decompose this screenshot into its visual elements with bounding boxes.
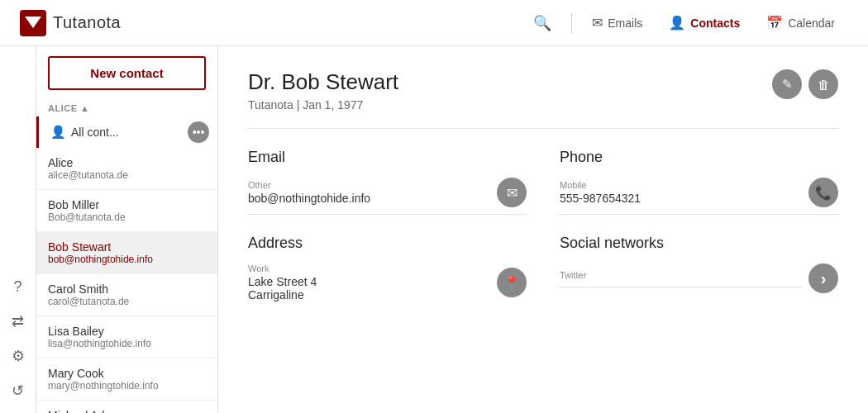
contact-name: Dr. Bob Stewart xyxy=(248,69,772,95)
contacts-nav-icon: 👤 xyxy=(669,15,685,31)
edit-contact-button[interactable]: ✎ xyxy=(772,69,802,99)
address-field-label: Work xyxy=(248,263,490,273)
detail-header: Dr. Bob Stewart Tutanota | Jan 1, 1977 ✎… xyxy=(248,69,838,112)
nav-calendar-label: Calendar xyxy=(788,17,835,30)
phone-section: Phone Mobile 555-987654321 📞 xyxy=(560,149,838,215)
header-navigation: 🔍 ✉ Emails 👤 Contacts 📅 Calendar xyxy=(520,13,848,33)
email-field-label: Other xyxy=(248,180,490,190)
detail-title-block: Dr. Bob Stewart Tutanota | Jan 1, 1977 xyxy=(248,69,772,112)
contact-list-item[interactable]: Bob MillerBob@tutanota.de xyxy=(36,190,217,232)
contact-item-email: Bob@tutanota.de xyxy=(48,211,206,223)
send-email-button[interactable]: ✉ xyxy=(497,178,527,207)
all-contacts-label: All cont... xyxy=(71,126,183,139)
refresh-icon[interactable]: ↺ xyxy=(12,382,24,400)
sidebar-left: ? ⇄ ⚙ ↺ xyxy=(0,46,36,413)
nav-calendar[interactable]: 📅 Calendar xyxy=(753,15,848,31)
address-field-value-line1: Lake Street 4 xyxy=(248,275,490,288)
contact-list-item[interactable]: Michael Adamsmichael@nothingtohide.info xyxy=(36,401,217,413)
phone-field-row: Mobile 555-987654321 📞 xyxy=(560,178,838,207)
new-contact-button[interactable]: New contact xyxy=(48,56,206,90)
contact-list-item[interactable]: Bob Stewartbob@nothingtohide.info xyxy=(36,232,217,274)
email-value-block: Other bob@nothingtohide.info xyxy=(248,180,490,205)
detail-sections: Email Other bob@nothingtohide.info ✉ Pho… xyxy=(248,149,838,301)
address-section-title: Address xyxy=(248,235,527,252)
contact-item-name: Carol Smith xyxy=(48,282,206,296)
social-section: Social networks Twitter › xyxy=(560,235,838,301)
phone-value-block: Mobile 555-987654321 xyxy=(560,180,802,205)
contact-detail-panel: Dr. Bob Stewart Tutanota | Jan 1, 1977 ✎… xyxy=(218,46,868,413)
nav-divider xyxy=(571,13,572,33)
more-options-button[interactable]: ••• xyxy=(188,121,209,143)
address-section: Address Work Lake Street 4 Carrigaline 📍 xyxy=(248,235,527,301)
email-nav-icon: ✉ xyxy=(592,15,603,31)
social-value-block: Twitter xyxy=(560,270,802,287)
contact-list-item[interactable]: Lisa Baileylisa@nothingtohide.info xyxy=(36,316,217,358)
logo-icon xyxy=(20,10,46,36)
nav-contacts[interactable]: 👤 Contacts xyxy=(656,15,753,31)
social-action-button[interactable]: › xyxy=(808,263,838,293)
contact-item-email: carol@tutanota.de xyxy=(48,296,206,307)
contact-item-email: mary@nothingtohide.info xyxy=(48,380,206,392)
phone-field-label: Mobile xyxy=(560,180,802,190)
phone-divider xyxy=(560,214,838,215)
contact-meta: Tutanota | Jan 1, 1977 xyxy=(248,98,772,112)
address-value-block: Work Lake Street 4 Carrigaline xyxy=(248,263,490,301)
call-button[interactable]: 📞 xyxy=(808,178,838,207)
contact-list-item[interactable]: Mary Cookmary@nothingtohide.info xyxy=(36,358,217,401)
nav-contacts-label: Contacts xyxy=(690,17,740,30)
address-field-row: Work Lake Street 4 Carrigaline 📍 xyxy=(248,263,527,301)
social-field-label: Twitter xyxy=(560,270,802,280)
email-divider xyxy=(248,214,527,215)
nav-emails-label: Emails xyxy=(608,17,642,30)
settings-icon[interactable]: ⚙ xyxy=(12,347,25,365)
detail-actions: ✎ 🗑 xyxy=(772,69,838,99)
contact-item-name: Bob Stewart xyxy=(48,240,206,254)
app-name: Tutanota xyxy=(53,13,121,32)
main-content: ? ⇄ ⚙ ↺ New contact ALICE ▲ 👤 All cont..… xyxy=(0,46,868,413)
social-section-title: Social networks xyxy=(560,235,838,252)
calendar-nav-icon: 📅 xyxy=(766,15,783,31)
email-section-title: Email xyxy=(248,149,527,166)
logo: Tutanota xyxy=(20,10,121,36)
sidebar-bottom-icons: ? ⇄ ⚙ ↺ xyxy=(12,278,25,400)
help-icon[interactable]: ? xyxy=(13,278,21,296)
search-icon[interactable]: 🔍 xyxy=(520,14,565,32)
contact-item-name: Lisa Bailey xyxy=(48,325,206,338)
contact-item-name: Mary Cook xyxy=(48,367,206,380)
contact-item-email: bob@nothingtohide.info xyxy=(48,254,206,265)
nav-emails[interactable]: ✉ Emails xyxy=(579,15,656,31)
contact-item-email: alice@tutanota.de xyxy=(48,169,206,181)
contacts-list: Alicealice@tutanota.deBob MillerBob@tuta… xyxy=(36,148,217,413)
map-button[interactable]: 📍 xyxy=(497,268,527,297)
contact-item-name: Alice xyxy=(48,156,206,169)
person-icon: 👤 xyxy=(50,125,66,140)
all-contacts-row[interactable]: 👤 All cont... ••• xyxy=(36,116,217,148)
phone-field-value: 555-987654321 xyxy=(560,192,802,205)
contact-item-email: lisa@nothingtohide.info xyxy=(48,338,206,349)
contact-item-name: Bob Miller xyxy=(48,198,206,211)
contact-item-name: Michael Adams xyxy=(48,409,206,413)
email-section: Email Other bob@nothingtohide.info ✉ xyxy=(248,149,527,215)
share-icon[interactable]: ⇄ xyxy=(12,312,24,330)
contact-list-item[interactable]: Alicealice@tutanota.de xyxy=(36,148,217,190)
detail-divider xyxy=(248,128,838,129)
social-divider xyxy=(560,287,802,287)
contact-list-panel: New contact ALICE ▲ 👤 All cont... ••• Al… xyxy=(36,46,218,413)
email-field-value: bob@nothingtohide.info xyxy=(248,192,490,205)
social-field-row: Twitter › xyxy=(560,263,838,293)
address-field-value-line2: Carrigaline xyxy=(248,288,490,301)
group-label: ALICE ▲ xyxy=(36,100,217,116)
contact-list-item[interactable]: Carol Smithcarol@tutanota.de xyxy=(36,274,217,316)
email-field-row: Other bob@nothingtohide.info ✉ xyxy=(248,178,527,207)
phone-section-title: Phone xyxy=(560,149,838,166)
app-header: Tutanota 🔍 ✉ Emails 👤 Contacts 📅 Calenda… xyxy=(0,0,868,46)
delete-contact-button[interactable]: 🗑 xyxy=(808,69,838,99)
